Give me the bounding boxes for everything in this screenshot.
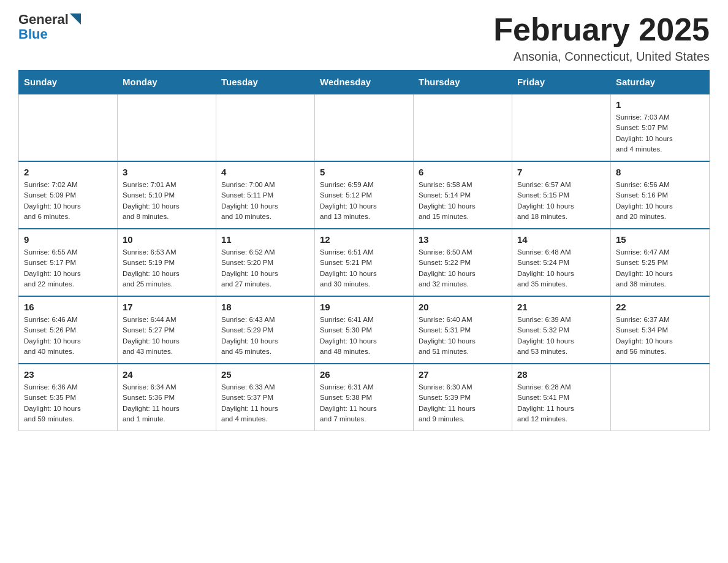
day-number: 11: [221, 234, 309, 245]
day-info: Sunrise: 7:01 AMSunset: 5:10 PMDaylight:…: [123, 180, 211, 222]
day-number: 13: [419, 234, 507, 245]
calendar-week-1: 1Sunrise: 7:03 AMSunset: 5:07 PMDaylight…: [19, 94, 710, 161]
day-number: 22: [616, 302, 704, 312]
calendar-cell: [512, 94, 611, 161]
calendar-cell: 11Sunrise: 6:52 AMSunset: 5:20 PMDayligh…: [216, 229, 315, 296]
day-info: Sunrise: 6:33 AMSunset: 5:37 PMDaylight:…: [221, 382, 309, 424]
calendar-week-2: 2Sunrise: 7:02 AMSunset: 5:09 PMDaylight…: [19, 161, 710, 229]
weekday-header-wednesday: Wednesday: [315, 71, 414, 94]
day-info: Sunrise: 7:02 AMSunset: 5:09 PMDaylight:…: [24, 180, 112, 222]
day-number: 8: [616, 167, 704, 177]
logo-general: General: [18, 12, 69, 27]
calendar-cell: 28Sunrise: 6:28 AMSunset: 5:41 PMDayligh…: [512, 364, 611, 431]
day-info: Sunrise: 6:37 AMSunset: 5:34 PMDaylight:…: [616, 315, 704, 357]
day-info: Sunrise: 6:36 AMSunset: 5:35 PMDaylight:…: [24, 382, 112, 424]
calendar-cell: 26Sunrise: 6:31 AMSunset: 5:38 PMDayligh…: [315, 364, 414, 431]
calendar-cell: 14Sunrise: 6:48 AMSunset: 5:24 PMDayligh…: [512, 229, 611, 296]
calendar-cell: [611, 364, 710, 431]
calendar-cell: [315, 94, 414, 161]
calendar-cell: 16Sunrise: 6:46 AMSunset: 5:26 PMDayligh…: [19, 296, 118, 364]
calendar-week-4: 16Sunrise: 6:46 AMSunset: 5:26 PMDayligh…: [19, 296, 710, 364]
calendar-cell: 18Sunrise: 6:43 AMSunset: 5:29 PMDayligh…: [216, 296, 315, 364]
day-info: Sunrise: 6:58 AMSunset: 5:14 PMDaylight:…: [419, 180, 507, 222]
month-title: February 2025: [493, 12, 710, 47]
day-number: 18: [221, 302, 309, 312]
day-info: Sunrise: 6:40 AMSunset: 5:31 PMDaylight:…: [419, 315, 507, 357]
day-info: Sunrise: 6:43 AMSunset: 5:29 PMDaylight:…: [221, 315, 309, 357]
day-number: 25: [221, 369, 309, 380]
calendar-cell: 22Sunrise: 6:37 AMSunset: 5:34 PMDayligh…: [611, 296, 710, 364]
weekday-header-monday: Monday: [118, 71, 216, 94]
svg-marker-0: [70, 13, 81, 25]
weekday-header-tuesday: Tuesday: [216, 71, 315, 94]
day-info: Sunrise: 7:00 AMSunset: 5:11 PMDaylight:…: [221, 180, 309, 222]
calendar-cell: 15Sunrise: 6:47 AMSunset: 5:25 PMDayligh…: [611, 229, 710, 296]
day-info: Sunrise: 6:47 AMSunset: 5:25 PMDaylight:…: [616, 247, 704, 289]
calendar-cell: 12Sunrise: 6:51 AMSunset: 5:21 PMDayligh…: [315, 229, 414, 296]
page-header: General Blue February 2025 Ansonia, Conn…: [18, 12, 710, 64]
calendar-cell: 25Sunrise: 6:33 AMSunset: 5:37 PMDayligh…: [216, 364, 315, 431]
calendar-cell: 8Sunrise: 6:56 AMSunset: 5:16 PMDaylight…: [611, 161, 710, 229]
day-number: 23: [24, 369, 112, 380]
calendar-cell: 2Sunrise: 7:02 AMSunset: 5:09 PMDaylight…: [19, 161, 118, 229]
day-number: 12: [320, 234, 408, 245]
calendar: SundayMondayTuesdayWednesdayThursdayFrid…: [18, 70, 710, 431]
day-info: Sunrise: 6:30 AMSunset: 5:39 PMDaylight:…: [419, 382, 507, 424]
day-number: 20: [419, 302, 507, 312]
day-info: Sunrise: 6:56 AMSunset: 5:16 PMDaylight:…: [616, 180, 704, 222]
weekday-header-sunday: Sunday: [19, 71, 118, 94]
calendar-cell: [19, 94, 118, 161]
day-number: 17: [123, 302, 211, 312]
day-number: 3: [123, 167, 211, 177]
day-info: Sunrise: 6:55 AMSunset: 5:17 PMDaylight:…: [24, 247, 112, 289]
calendar-cell: 20Sunrise: 6:40 AMSunset: 5:31 PMDayligh…: [414, 296, 512, 364]
day-number: 9: [24, 234, 112, 245]
day-number: 28: [517, 369, 605, 380]
day-number: 10: [123, 234, 211, 245]
day-number: 16: [24, 302, 112, 312]
calendar-cell: 19Sunrise: 6:41 AMSunset: 5:30 PMDayligh…: [315, 296, 414, 364]
day-number: 4: [221, 167, 309, 177]
logo-arrow-icon: [70, 13, 81, 25]
calendar-cell: 23Sunrise: 6:36 AMSunset: 5:35 PMDayligh…: [19, 364, 118, 431]
calendar-cell: [414, 94, 512, 161]
day-number: 27: [419, 369, 507, 380]
location: Ansonia, Connecticut, United States: [493, 50, 710, 64]
calendar-cell: 1Sunrise: 7:03 AMSunset: 5:07 PMDaylight…: [611, 94, 710, 161]
day-number: 14: [517, 234, 605, 245]
calendar-cell: 17Sunrise: 6:44 AMSunset: 5:27 PMDayligh…: [118, 296, 216, 364]
day-info: Sunrise: 6:48 AMSunset: 5:24 PMDaylight:…: [517, 247, 605, 289]
day-number: 15: [616, 234, 704, 245]
calendar-cell: 10Sunrise: 6:53 AMSunset: 5:19 PMDayligh…: [118, 229, 216, 296]
day-number: 1: [616, 99, 704, 110]
calendar-cell: 4Sunrise: 7:00 AMSunset: 5:11 PMDaylight…: [216, 161, 315, 229]
weekday-header-row: SundayMondayTuesdayWednesdayThursdayFrid…: [19, 71, 710, 94]
day-info: Sunrise: 6:50 AMSunset: 5:22 PMDaylight:…: [419, 247, 507, 289]
title-block: February 2025 Ansonia, Connecticut, Unit…: [493, 12, 710, 64]
logo: General Blue: [18, 12, 81, 42]
day-number: 7: [517, 167, 605, 177]
calendar-week-3: 9Sunrise: 6:55 AMSunset: 5:17 PMDaylight…: [19, 229, 710, 296]
day-number: 19: [320, 302, 408, 312]
day-info: Sunrise: 6:41 AMSunset: 5:30 PMDaylight:…: [320, 315, 408, 357]
day-number: 26: [320, 369, 408, 380]
day-number: 21: [517, 302, 605, 312]
day-info: Sunrise: 6:44 AMSunset: 5:27 PMDaylight:…: [123, 315, 211, 357]
day-info: Sunrise: 6:52 AMSunset: 5:20 PMDaylight:…: [221, 247, 309, 289]
day-number: 2: [24, 167, 112, 177]
day-number: 24: [123, 369, 211, 380]
calendar-cell: 6Sunrise: 6:58 AMSunset: 5:14 PMDaylight…: [414, 161, 512, 229]
day-info: Sunrise: 6:34 AMSunset: 5:36 PMDaylight:…: [123, 382, 211, 424]
day-info: Sunrise: 6:28 AMSunset: 5:41 PMDaylight:…: [517, 382, 605, 424]
calendar-cell: 3Sunrise: 7:01 AMSunset: 5:10 PMDaylight…: [118, 161, 216, 229]
weekday-header-thursday: Thursday: [414, 71, 512, 94]
weekday-header-saturday: Saturday: [611, 71, 710, 94]
day-info: Sunrise: 6:59 AMSunset: 5:12 PMDaylight:…: [320, 180, 408, 222]
day-info: Sunrise: 6:39 AMSunset: 5:32 PMDaylight:…: [517, 315, 605, 357]
day-number: 6: [419, 167, 507, 177]
calendar-cell: 24Sunrise: 6:34 AMSunset: 5:36 PMDayligh…: [118, 364, 216, 431]
calendar-cell: 27Sunrise: 6:30 AMSunset: 5:39 PMDayligh…: [414, 364, 512, 431]
calendar-cell: 13Sunrise: 6:50 AMSunset: 5:22 PMDayligh…: [414, 229, 512, 296]
calendar-cell: 7Sunrise: 6:57 AMSunset: 5:15 PMDaylight…: [512, 161, 611, 229]
calendar-cell: [216, 94, 315, 161]
